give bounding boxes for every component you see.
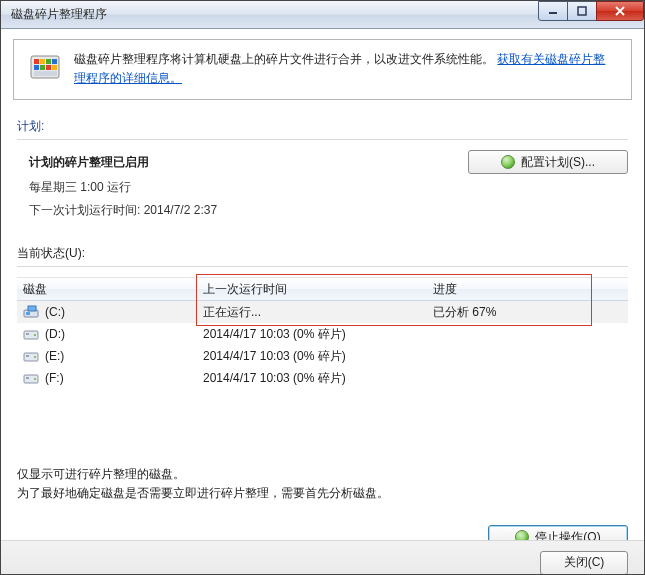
svg-rect-4 bbox=[40, 59, 45, 64]
drive-icon bbox=[23, 349, 39, 363]
window-title: 磁盘碎片整理程序 bbox=[11, 6, 539, 23]
window-controls bbox=[539, 1, 644, 21]
schedule-line2: 下一次计划运行时间: 2014/7/2 2:37 bbox=[29, 202, 468, 219]
close-dialog-button[interactable]: 关闭(C) bbox=[540, 551, 628, 575]
banner-description: 磁盘碎片整理程序将计算机硬盘上的碎片文件进行合并，以改进文件系统性能。 bbox=[74, 52, 494, 66]
drive-label: (C:) bbox=[45, 305, 65, 319]
col-disk[interactable]: 磁盘 bbox=[23, 281, 203, 298]
svg-rect-19 bbox=[26, 355, 29, 357]
schedule-section-label: 计划: bbox=[17, 118, 628, 140]
table-row[interactable]: (C:)正在运行...已分析 67% bbox=[17, 301, 628, 323]
table-row[interactable]: (E:)2014/4/17 10:03 (0% 碎片) bbox=[17, 345, 628, 367]
drive-label: (D:) bbox=[45, 327, 65, 341]
table-header: 磁盘 上一次运行时间 进度 bbox=[17, 277, 628, 301]
defrag-app-icon bbox=[28, 50, 62, 84]
drive-icon bbox=[23, 327, 39, 341]
schedule-heading: 计划的碎片整理已启用 bbox=[29, 154, 468, 171]
footer-notes: 仅显示可进行碎片整理的磁盘。 为了最好地确定磁盘是否需要立即进行碎片整理，需要首… bbox=[17, 465, 628, 503]
table-row[interactable]: (F:)2014/4/17 10:03 (0% 碎片) bbox=[17, 367, 628, 389]
progress-cell: 已分析 67% bbox=[433, 304, 628, 321]
col-progress[interactable]: 进度 bbox=[433, 281, 628, 298]
table-row[interactable]: (D:)2014/4/17 10:03 (0% 碎片) bbox=[17, 323, 628, 345]
disk-table: 磁盘 上一次运行时间 进度 (C:)正在运行...已分析 67%(D:)2014… bbox=[17, 277, 628, 389]
svg-rect-7 bbox=[34, 65, 39, 70]
svg-rect-6 bbox=[52, 59, 57, 64]
svg-rect-5 bbox=[46, 59, 51, 64]
svg-point-17 bbox=[34, 334, 36, 336]
minimize-button[interactable] bbox=[538, 1, 568, 21]
last-run-cell: 2014/4/17 10:03 (0% 碎片) bbox=[203, 370, 433, 387]
drive-label: (E:) bbox=[45, 349, 64, 363]
status-section-label: 当前状态(U): bbox=[17, 245, 628, 267]
drive-label: (F:) bbox=[45, 371, 64, 385]
content-area: 磁盘碎片整理程序将计算机硬盘上的碎片文件进行合并，以改进文件系统性能。 获取有关… bbox=[1, 39, 644, 575]
note-line1: 仅显示可进行碎片整理的磁盘。 bbox=[17, 465, 628, 484]
svg-point-23 bbox=[34, 378, 36, 380]
last-run-cell: 2014/4/17 10:03 (0% 碎片) bbox=[203, 326, 433, 343]
svg-point-20 bbox=[34, 356, 36, 358]
note-line2: 为了最好地确定磁盘是否需要立即进行碎片整理，需要首先分析磁盘。 bbox=[17, 484, 628, 503]
drive-icon bbox=[23, 371, 39, 385]
titlebar: 磁盘碎片整理程序 bbox=[1, 1, 644, 29]
svg-rect-16 bbox=[26, 333, 29, 335]
dialog-footer: 关闭(C) bbox=[1, 540, 644, 575]
drive-icon bbox=[23, 305, 39, 319]
svg-rect-10 bbox=[52, 65, 57, 70]
schedule-info: 计划的碎片整理已启用 每星期三 1:00 运行 下一次计划运行时间: 2014/… bbox=[17, 150, 468, 225]
svg-rect-13 bbox=[26, 312, 30, 315]
divider bbox=[17, 266, 628, 267]
banner-text: 磁盘碎片整理程序将计算机硬盘上的碎片文件进行合并，以改进文件系统性能。 获取有关… bbox=[74, 50, 617, 87]
svg-rect-8 bbox=[40, 65, 45, 70]
info-banner: 磁盘碎片整理程序将计算机硬盘上的碎片文件进行合并，以改进文件系统性能。 获取有关… bbox=[13, 39, 632, 100]
last-run-cell: 正在运行... bbox=[203, 304, 433, 321]
configure-schedule-button[interactable]: 配置计划(S)... bbox=[468, 150, 628, 174]
svg-rect-14 bbox=[28, 306, 36, 311]
svg-rect-3 bbox=[34, 59, 39, 64]
divider bbox=[17, 139, 628, 140]
svg-rect-0 bbox=[549, 12, 557, 14]
last-run-cell: 2014/4/17 10:03 (0% 碎片) bbox=[203, 348, 433, 365]
svg-rect-1 bbox=[578, 7, 586, 15]
svg-rect-11 bbox=[34, 71, 57, 76]
schedule-line1: 每星期三 1:00 运行 bbox=[29, 179, 468, 196]
close-button[interactable] bbox=[596, 1, 644, 21]
svg-rect-22 bbox=[26, 377, 29, 379]
gear-icon bbox=[501, 155, 515, 169]
col-last-run[interactable]: 上一次运行时间 bbox=[203, 281, 433, 298]
svg-rect-9 bbox=[46, 65, 51, 70]
maximize-button[interactable] bbox=[567, 1, 597, 21]
